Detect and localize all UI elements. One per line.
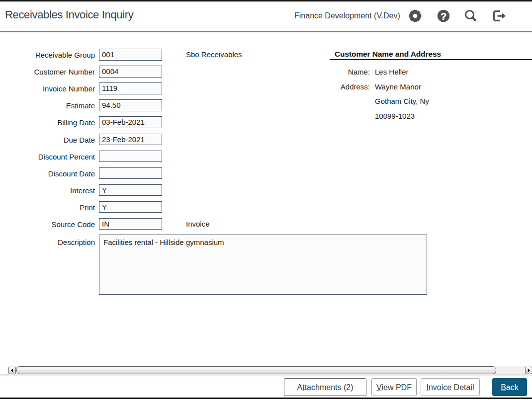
svg-text:?: ? <box>441 11 446 22</box>
